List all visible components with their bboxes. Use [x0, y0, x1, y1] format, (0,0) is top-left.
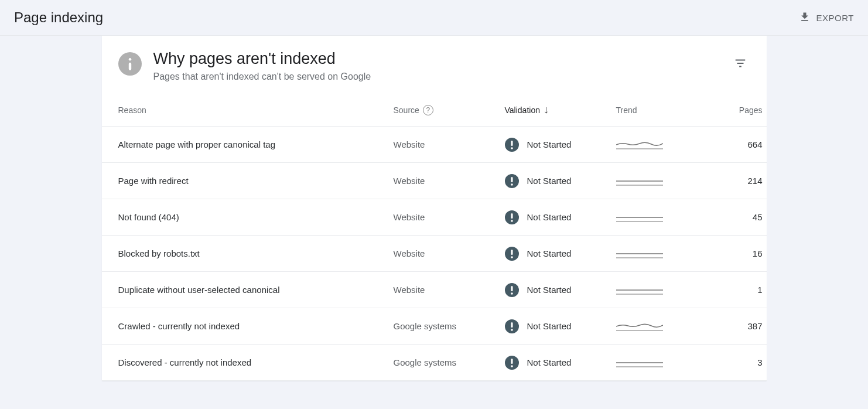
filter-button[interactable]	[730, 53, 750, 76]
exclamation-icon	[505, 138, 519, 152]
svg-rect-24	[511, 359, 512, 364]
svg-point-10	[511, 220, 513, 222]
cell-pages: 3	[698, 357, 763, 367]
col-reason[interactable]: Reason	[118, 105, 394, 115]
svg-point-25	[511, 365, 513, 367]
svg-point-6	[511, 183, 513, 186]
cell-source: Google systems	[394, 357, 505, 367]
cell-trend	[616, 212, 698, 223]
cell-trend	[616, 321, 698, 332]
cell-source: Website	[394, 248, 505, 258]
cell-validation: Not Started	[505, 247, 616, 261]
cell-trend	[616, 248, 698, 260]
table-row[interactable]: Page with redirectWebsiteNot Started214	[102, 163, 767, 199]
card-titles: Why pages aren't indexed Pages that aren…	[153, 50, 719, 82]
cell-source: Website	[394, 285, 505, 295]
cell-validation: Not Started	[505, 356, 616, 370]
svg-rect-2	[511, 141, 512, 146]
svg-rect-9	[511, 213, 512, 219]
page-title: Page indexing	[14, 9, 103, 26]
cell-validation: Not Started	[505, 210, 616, 224]
cell-trend	[616, 357, 698, 369]
cell-reason: Blocked by robots.txt	[118, 248, 394, 258]
cell-pages: 45	[698, 212, 763, 222]
table-body: Alternate page with proper canonical tag…	[102, 127, 767, 381]
cell-pages: 387	[698, 321, 763, 331]
cell-pages: 214	[698, 176, 763, 186]
svg-rect-13	[511, 250, 512, 255]
exclamation-icon	[505, 247, 519, 261]
exclamation-icon	[505, 283, 519, 297]
table-row[interactable]: Blocked by robots.txtWebsiteNot Started1…	[102, 236, 767, 272]
cell-reason: Page with redirect	[118, 176, 394, 186]
cell-validation: Not Started	[505, 138, 616, 152]
table-row[interactable]: Crawled - currently not indexedGoogle sy…	[102, 308, 767, 345]
cell-pages: 1	[698, 285, 763, 295]
table-header-row: Reason Source ? Validation ↓ Trend Pages	[102, 94, 767, 127]
cell-validation: Not Started	[505, 319, 616, 333]
export-label: EXPORT	[816, 13, 854, 23]
validation-status: Not Started	[527, 176, 572, 186]
validation-status: Not Started	[527, 321, 572, 331]
card-header: Why pages aren't indexed Pages that aren…	[102, 36, 767, 94]
svg-point-0	[128, 58, 131, 60]
cell-reason: Not found (404)	[118, 212, 394, 222]
cell-source: Website	[394, 212, 505, 222]
exclamation-icon	[505, 174, 519, 188]
cell-reason: Discovered - currently not indexed	[118, 357, 394, 367]
export-button[interactable]: EXPORT	[799, 11, 854, 25]
table-row[interactable]: Discovered - currently not indexedGoogle…	[102, 345, 767, 381]
cell-trend	[616, 175, 698, 187]
validation-status: Not Started	[527, 357, 572, 367]
table-row[interactable]: Duplicate without user-selected canonica…	[102, 272, 767, 308]
cell-reason: Duplicate without user-selected canonica…	[118, 285, 394, 295]
table-row[interactable]: Alternate page with proper canonical tag…	[102, 127, 767, 163]
svg-rect-21	[511, 322, 512, 328]
svg-point-3	[511, 147, 513, 149]
svg-rect-5	[511, 177, 512, 182]
cell-reason: Crawled - currently not indexed	[118, 321, 394, 331]
exclamation-icon	[505, 356, 519, 370]
reasons-table: Reason Source ? Validation ↓ Trend Pages…	[102, 94, 767, 381]
cell-source: Google systems	[394, 321, 505, 331]
svg-rect-17	[511, 286, 512, 291]
cell-pages: 664	[698, 139, 763, 149]
cell-trend	[616, 139, 698, 151]
download-icon	[799, 11, 811, 25]
info-icon	[118, 52, 142, 76]
col-validation[interactable]: Validation ↓	[505, 104, 616, 116]
sort-down-icon: ↓	[544, 104, 549, 116]
page-header: Page indexing EXPORT	[0, 0, 868, 36]
svg-point-14	[511, 256, 513, 258]
validation-status: Not Started	[527, 212, 572, 222]
col-trend[interactable]: Trend	[616, 105, 698, 115]
col-source[interactable]: Source ?	[394, 105, 505, 115]
exclamation-icon	[505, 319, 519, 333]
cell-validation: Not Started	[505, 174, 616, 188]
svg-rect-1	[128, 63, 131, 70]
col-validation-label: Validation	[505, 105, 540, 115]
cell-source: Website	[394, 139, 505, 149]
card-subtitle: Pages that aren't indexed can't be serve…	[153, 71, 719, 82]
cell-validation: Not Started	[505, 283, 616, 297]
indexing-card: Why pages aren't indexed Pages that aren…	[102, 36, 767, 381]
table-row[interactable]: Not found (404)WebsiteNot Started45	[102, 199, 767, 236]
validation-status: Not Started	[527, 285, 572, 295]
help-icon[interactable]: ?	[423, 105, 433, 115]
cell-source: Website	[394, 176, 505, 186]
col-pages[interactable]: Pages	[698, 105, 763, 115]
svg-point-22	[511, 329, 513, 331]
validation-status: Not Started	[527, 139, 572, 149]
card-title: Why pages aren't indexed	[153, 50, 719, 68]
cell-trend	[616, 284, 698, 296]
col-source-label: Source	[394, 105, 419, 115]
validation-status: Not Started	[527, 248, 572, 258]
cell-reason: Alternate page with proper canonical tag	[118, 139, 394, 149]
cell-pages: 16	[698, 248, 763, 258]
svg-point-18	[511, 292, 513, 295]
exclamation-icon	[505, 210, 519, 224]
